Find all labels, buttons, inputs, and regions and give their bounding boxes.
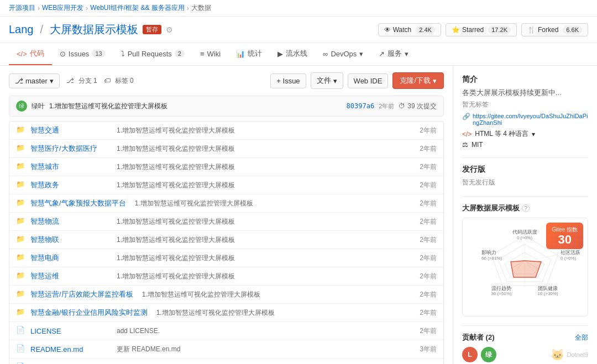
file-name[interactable]: 智慧政务 xyxy=(30,180,108,190)
tab-devops-label: DevOps xyxy=(331,50,357,58)
file-row: 📁 智慧电商 1.增加智慧运维可视化监控管理大屏模板 2年前 xyxy=(9,249,443,267)
forked-label: Forked xyxy=(538,26,558,34)
branch-icon-small: ⎇ xyxy=(66,77,74,85)
breadcrumb-sep-1: › xyxy=(86,4,88,12)
repo-badge: 暂存 xyxy=(143,25,161,34)
main-content: ⎇ master ▾ ⎇ 分支 1 🏷 标签 0 + Issue 文件 ▾ We… xyxy=(0,66,597,364)
file-name[interactable]: 智慧医疗/大数据医疗 xyxy=(30,144,108,154)
file-time: 2年前 xyxy=(409,308,437,318)
repo-sidebar: 简介 各类大屏展示模板持续更新中... 暂无标签 🔗 https://gitee… xyxy=(453,66,597,364)
file-name[interactable]: 智慧电商 xyxy=(30,253,108,263)
contributors-title: 贡献者 (2) xyxy=(462,333,495,342)
tab-code[interactable]: </> 代码 xyxy=(9,43,52,65)
file-name[interactable]: 智慧交通 xyxy=(30,125,108,135)
commit-message: 1.增加智慧运维可视化监控管理大屏模板 xyxy=(49,102,342,111)
commit-hash[interactable]: 80397a6 xyxy=(347,102,375,110)
title-slash: / xyxy=(40,23,44,36)
repo-title-area: Lang / 大屏数据展示模板 暂存 ⚙ xyxy=(9,22,173,37)
file-name[interactable]: README.en.md xyxy=(30,345,108,354)
tab-stats-label: 统计 xyxy=(248,49,262,59)
svg-text:0 (>0%): 0 (>0%) xyxy=(561,256,577,261)
file-name[interactable]: 智慧气象/气象预报大数据平台 xyxy=(30,198,126,208)
repo-toolbar: ⎇ master ▾ ⎇ 分支 1 🏷 标签 0 + Issue 文件 ▾ We… xyxy=(9,72,444,89)
tab-issues-label: Issues xyxy=(69,50,90,58)
folder-icon: 📁 xyxy=(16,125,26,135)
tab-issues[interactable]: ⊙ Issues 13 xyxy=(52,43,113,65)
file-name[interactable]: 智慧物联 xyxy=(30,235,108,245)
repo-owner-link[interactable]: Lang xyxy=(9,23,34,36)
repo-name-link[interactable]: 大屏数据展示模板 xyxy=(50,22,138,37)
gitee-help-icon[interactable]: ? xyxy=(522,204,530,212)
file-time: 2年前 xyxy=(409,126,437,135)
devops-icon: ∞ xyxy=(323,50,328,58)
folder-icon: 📁 xyxy=(16,162,26,172)
star-button[interactable]: ⭐ Starred 17.2K xyxy=(446,23,517,36)
breadcrumb-item-3: 大数据 xyxy=(191,3,211,13)
sidebar-link[interactable]: 🔗 https://gitee.com/lvyeyou/DaShuJuZhiDa… xyxy=(462,113,588,126)
service-icon: ↗ xyxy=(379,50,385,58)
tag-count: 🏷 标签 0 xyxy=(104,76,134,86)
fork-button[interactable]: 🍴 Forked 6.6K xyxy=(521,23,588,36)
lang-icon: </> xyxy=(462,130,472,138)
folder-icon: 📁 xyxy=(16,144,26,154)
svg-text:66 (>81%): 66 (>81%) xyxy=(481,256,502,261)
file-commit-msg: 1.增加智慧运维可视化监控管理大屏模板 xyxy=(133,290,409,299)
issue-icon: ⊙ xyxy=(60,50,66,58)
file-row: 📁 智慧运营/厅店效能大屏监控看板 1.增加智慧运维可视化监控管理大屏模板 2年… xyxy=(9,286,443,304)
file-name[interactable]: LICENSE xyxy=(30,327,108,335)
commit-row: 绿 绿叶 1.增加智慧运维可视化监控管理大屏模板 80397a6 2年前 ⏱ 3… xyxy=(9,96,444,117)
tab-devops[interactable]: ∞ DevOps ▾ xyxy=(315,43,371,65)
license-icon: ⚖ xyxy=(462,141,468,149)
tag-icon: 🏷 xyxy=(104,77,111,85)
breadcrumb-sep-2: › xyxy=(187,4,189,12)
watch-label: Watch xyxy=(393,26,412,34)
tab-stats[interactable]: 📊 统计 xyxy=(228,43,270,65)
commit-author-avatar: 绿 xyxy=(16,101,27,112)
branch-selector[interactable]: ⎇ master ▾ xyxy=(9,73,60,88)
file-name[interactable]: 智慧金融/银行企业信用风险实时监测 xyxy=(30,308,148,318)
clone-button[interactable]: 克隆/下载 ▾ xyxy=(392,72,444,89)
file-button[interactable]: 文件 ▾ xyxy=(311,72,343,89)
tab-pipeline[interactable]: ▶ 流水线 xyxy=(270,43,315,65)
branch-icon: ⎇ xyxy=(15,77,23,85)
branch-count-label: 分支 1 xyxy=(78,76,97,86)
breadcrumb-item-0[interactable]: 开源项目 xyxy=(9,3,35,13)
file-time: 2年前 xyxy=(409,326,437,336)
contributors-all-link[interactable]: 全部 xyxy=(575,333,588,342)
tab-service[interactable]: ↗ 服务 ▾ xyxy=(371,43,416,65)
file-commit-msg: 更新 README.en.md xyxy=(108,345,409,354)
tab-wiki[interactable]: ≡ Wiki xyxy=(192,43,228,65)
file-commit-msg: 1.增加智慧运维可视化监控管理大屏模板 xyxy=(108,144,409,154)
new-issue-button[interactable]: + Issue xyxy=(270,73,306,88)
intro-tag: 暂无标签 xyxy=(462,100,588,109)
breadcrumb-item-2[interactable]: WebUI组件/框架 && 服务器应用 xyxy=(90,3,184,13)
code-icon: </> xyxy=(17,50,27,58)
svg-marker-9 xyxy=(511,261,541,277)
contributor-avatar-1[interactable]: 绿 xyxy=(481,347,496,362)
file-commit-msg: 1.增加智慧运维可视化监控管理大屏模板 xyxy=(148,308,409,318)
lang-dropdown-icon[interactable]: ▾ xyxy=(532,130,535,138)
file-list: 📁 智慧交通 1.增加智慧运维可视化监控管理大屏模板 2年前 📁 智慧医疗/大数… xyxy=(9,121,444,364)
file-name[interactable]: 智慧物流 xyxy=(30,217,108,226)
divider-2 xyxy=(462,196,588,197)
settings-icon[interactable]: ⚙ xyxy=(166,25,173,34)
divider-3 xyxy=(462,325,588,326)
gitee-score-badge: Gitee 指数 30 xyxy=(546,223,583,249)
file-row: 📁 智慧医疗/大数据医疗 1.增加智慧运维可视化监控管理大屏模板 2年前 xyxy=(9,140,443,158)
link-icon: 🔗 xyxy=(462,113,470,120)
folder-icon: 📁 xyxy=(16,217,26,226)
file-name[interactable]: 智慧城市 xyxy=(30,162,108,172)
watch-button[interactable]: 👁 Watch 2.4K xyxy=(378,23,441,36)
tab-prs[interactable]: ⤵ Pull Requests 2 xyxy=(113,43,192,65)
sidebar-release: 发行版 暂无发行版 xyxy=(462,165,588,187)
file-name[interactable]: 智慧运营/厅店效能大屏监控看板 xyxy=(30,289,133,299)
file-name[interactable]: 智慧运维 xyxy=(30,271,108,281)
file-time: 2年前 xyxy=(409,144,437,154)
pipeline-icon: ▶ xyxy=(277,50,283,58)
contributor-avatar-0[interactable]: L xyxy=(462,347,478,362)
webide-button[interactable]: Web IDE xyxy=(348,73,389,88)
breadcrumb-item-1[interactable]: WEB应用开发 xyxy=(42,3,83,13)
folder-icon: 📁 xyxy=(16,289,26,299)
sidebar-gitee-index: 大屏数据展示模板 ? Gitee 指数 30 xyxy=(462,203,588,316)
sidebar-contributors: 贡献者 (2) 全部 L 绿 🐱 Dotnet9 xyxy=(462,333,588,362)
